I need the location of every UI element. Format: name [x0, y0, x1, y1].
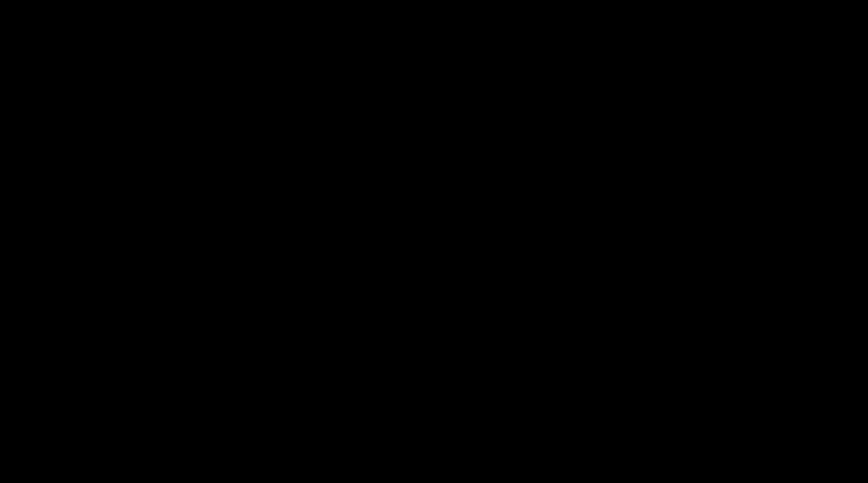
placeholder: x: [4, 4, 864, 13]
